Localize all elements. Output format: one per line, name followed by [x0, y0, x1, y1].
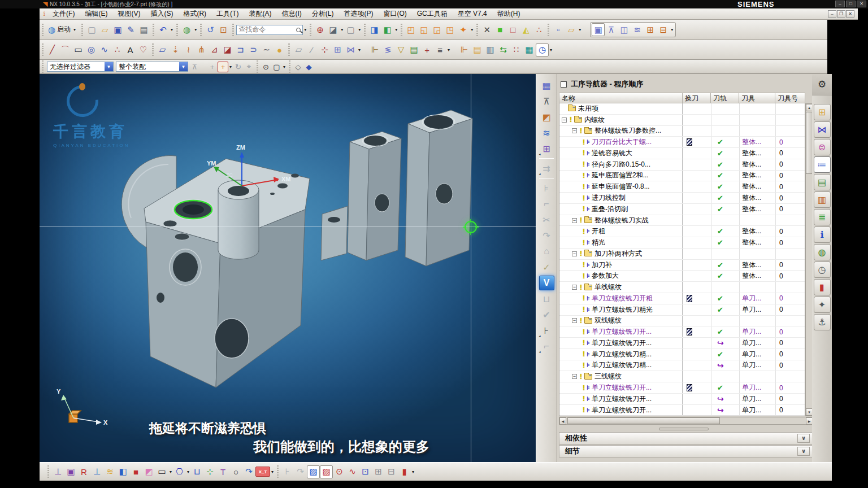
dropdown-caret-icon[interactable]: ▾: [187, 469, 189, 474]
clamp-icon[interactable]: ⊼: [189, 62, 200, 72]
menu-帮助H[interactable]: 帮助(H): [492, 8, 526, 20]
simulate-machine-icon[interactable]: ⊔: [539, 291, 554, 306]
menu-分析L[interactable]: 分析(L): [307, 8, 339, 20]
confirm-stamp-icon[interactable]: ✓: [539, 260, 554, 274]
palette-window-icon[interactable]: ⊡: [359, 465, 372, 478]
verify-toolpath-icon[interactable]: V: [539, 276, 554, 290]
undo-icon[interactable]: ↶: [157, 23, 170, 36]
column-header-5[interactable]: 刀具号: [775, 93, 805, 103]
dropdown-caret-icon[interactable]: ▾: [304, 27, 306, 32]
history-clock-icon[interactable]: ◷: [814, 262, 831, 278]
machine-navigator-icon[interactable]: ▥: [814, 191, 831, 208]
app-close-button[interactable]: ✕: [857, 1, 866, 7]
navigator-row[interactable]: −!三线螺纹: [559, 371, 805, 382]
menu-首选项P[interactable]: 首选项(P): [338, 8, 378, 20]
create-method-icon[interactable]: ≋: [539, 125, 554, 140]
move-component-icon[interactable]: ◰: [405, 23, 418, 36]
elbow-pipe-icon[interactable]: ⌐◂: [539, 339, 554, 354]
dropdown-caret-icon[interactable]: ▾: [550, 47, 552, 53]
spheres-icon[interactable]: ∴: [532, 23, 545, 36]
save-icon[interactable]: ▣: [111, 23, 124, 36]
navigator-row[interactable]: !⊧开粗✔整体...0: [559, 226, 805, 237]
navigator-row[interactable]: −!整体螺纹铣刀实战: [559, 215, 805, 226]
clock-icon[interactable]: ◷: [536, 43, 549, 56]
chevron-down-icon[interactable]: ∨: [797, 434, 810, 443]
wire-cube-icon[interactable]: ◆: [303, 62, 314, 72]
menu-插入S[interactable]: 插入(S): [145, 8, 178, 20]
navigator-row[interactable]: !⊧径向多刀路0.15-0...✔整体...0: [559, 159, 805, 171]
interference-check-icon[interactable]: ✕: [480, 23, 493, 36]
navigator-row[interactable]: −!双线螺纹: [559, 316, 805, 327]
dropdown-caret-icon[interactable]: ▾: [283, 64, 285, 69]
center-point-icon[interactable]: ⊙: [333, 465, 346, 478]
navigator-row[interactable]: −!单线螺纹: [559, 282, 805, 293]
navigator-row[interactable]: !⊧加刀补✔整体...0: [559, 260, 805, 271]
navigator-row[interactable]: !⊧单刀立螺纹铣刀开...✔单刀...0: [559, 382, 805, 394]
measure-box-icon[interactable]: ▣: [64, 465, 77, 478]
pattern-component-icon[interactable]: ◲: [431, 23, 444, 36]
light-icon[interactable]: ◭: [519, 23, 532, 36]
cad-model[interactable]: YM ZM XM ZC X Y: [40, 74, 536, 462]
post-process-icon[interactable]: ⊩: [458, 43, 471, 56]
materials-palette-icon[interactable]: ▮: [814, 279, 831, 295]
expand-all-icon[interactable]: ⊞: [644, 23, 657, 36]
redo-operation-icon[interactable]: ↷: [539, 228, 554, 243]
tree-collapse-icon[interactable]: −: [572, 218, 577, 223]
xt-export-icon[interactable]: X_T: [255, 467, 270, 477]
navigator-row[interactable]: −!整体螺纹铣刀参数控...: [559, 126, 805, 137]
move-to-layer-icon[interactable]: ◧: [381, 23, 394, 36]
dropdown-caret-icon[interactable]: ▾: [671, 27, 673, 32]
chevron-down-icon[interactable]: ∨: [797, 447, 810, 456]
dropdown-caret-icon[interactable]: ▾: [448, 47, 450, 53]
open-assembly-icon[interactable]: ▱: [565, 23, 578, 36]
stock-layers-icon[interactable]: ≋: [103, 465, 116, 478]
navigator-row[interactable]: −!加刀补两种方式: [559, 249, 805, 260]
mini-part-icon[interactable]: ▫: [552, 23, 565, 36]
hatch-forward-icon[interactable]: ▨: [307, 465, 320, 478]
menu-GC工具箱[interactable]: GC工具箱: [412, 8, 453, 20]
redo-tree-icon[interactable]: ↷: [294, 465, 307, 478]
wcs-icon[interactable]: ⊥: [51, 465, 64, 478]
text-tool-icon[interactable]: T: [216, 465, 229, 478]
world-icon[interactable]: ◍: [180, 23, 193, 36]
freeform-icon[interactable]: ∼: [260, 43, 273, 56]
dropdown-caret-icon[interactable]: ▾: [341, 27, 343, 32]
dropdown-caret-icon[interactable]: ▾: [229, 64, 232, 69]
tree-collapse-icon[interactable]: −: [562, 117, 567, 123]
part-navigator-icon[interactable]: ⊜: [814, 139, 831, 155]
facet-cube-icon[interactable]: □: [506, 23, 519, 36]
hatch-reverse-icon[interactable]: ▨: [320, 465, 333, 478]
spline-tool-icon[interactable]: ∿: [346, 465, 359, 478]
flashlight-icon[interactable]: ⊦◂: [539, 323, 554, 338]
column-header-3[interactable]: 刀轨: [711, 93, 739, 103]
section-view-icon[interactable]: ◪: [327, 23, 340, 36]
menu-格式R[interactable]: 格式(R): [178, 8, 211, 20]
tree-collapse-icon[interactable]: −: [572, 318, 577, 323]
tree-collapse-icon[interactable]: −: [572, 285, 577, 290]
navigator-row[interactable]: !⊧单刀立螺纹铣刀精光✔单刀...0: [559, 304, 805, 316]
dropdown-caret-icon[interactable]: ▾: [579, 27, 581, 32]
machine-tool-view-icon[interactable]: ▤: [814, 174, 831, 190]
revolve-icon[interactable]: ⊃: [247, 43, 260, 56]
save-as-icon[interactable]: ✎: [124, 23, 137, 36]
dropdown-caret-icon[interactable]: ▾: [194, 27, 197, 32]
rainbow-ruler-icon[interactable]: ▮: [398, 465, 411, 478]
navigator-row[interactable]: !⊧参数加大✔整体...0: [559, 271, 805, 282]
visualization-wand-icon[interactable]: ✦: [814, 297, 831, 313]
render-style-icon[interactable]: ▢: [344, 23, 357, 36]
navigator-row[interactable]: !⊧重叠-沿切削✔整体...0: [559, 204, 805, 215]
print-icon[interactable]: ▤: [137, 23, 150, 36]
machine-shop-icon[interactable]: ⌂: [539, 244, 554, 259]
navigator-row[interactable]: !⊧逆铣容易铣大✔整体...0: [559, 148, 805, 159]
fit-view-icon[interactable]: ⊕: [314, 23, 327, 36]
web-browser-icon[interactable]: ◍: [814, 244, 831, 260]
wrap-curve-icon[interactable]: ⋔: [195, 43, 208, 56]
polygon-icon[interactable]: ⎔: [173, 465, 186, 478]
program-order-icon[interactable]: ⊧: [539, 181, 554, 195]
dropdown-caret-icon[interactable]: ▾: [170, 469, 172, 474]
menu-视图V[interactable]: 视图(V): [112, 8, 145, 20]
panel-checkbox-icon[interactable]: [561, 81, 567, 88]
datum-axis-icon[interactable]: ∕: [305, 43, 318, 56]
navigator-row[interactable]: !⊧单刀立螺纹铣刀开...↪单刀...0: [559, 405, 805, 416]
menu-星空 V7.4[interactable]: 星空 V7.4: [453, 8, 492, 20]
